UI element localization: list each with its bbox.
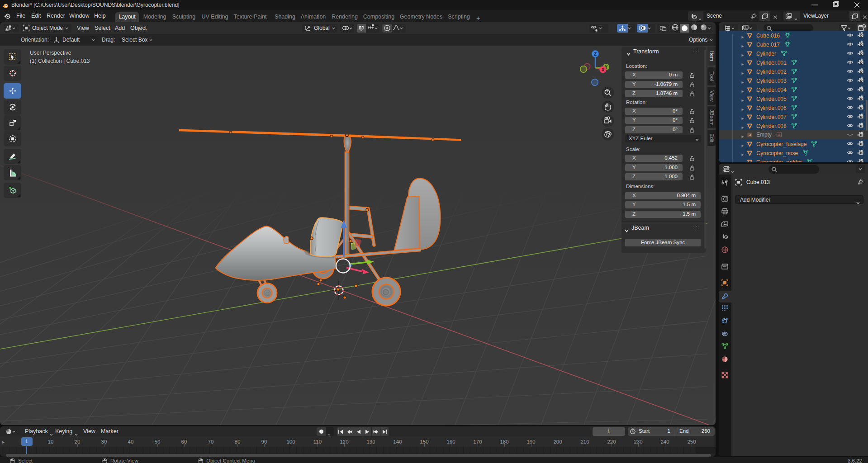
svg-text:X: X [602, 67, 605, 72]
svg-text:Z: Z [594, 52, 597, 57]
